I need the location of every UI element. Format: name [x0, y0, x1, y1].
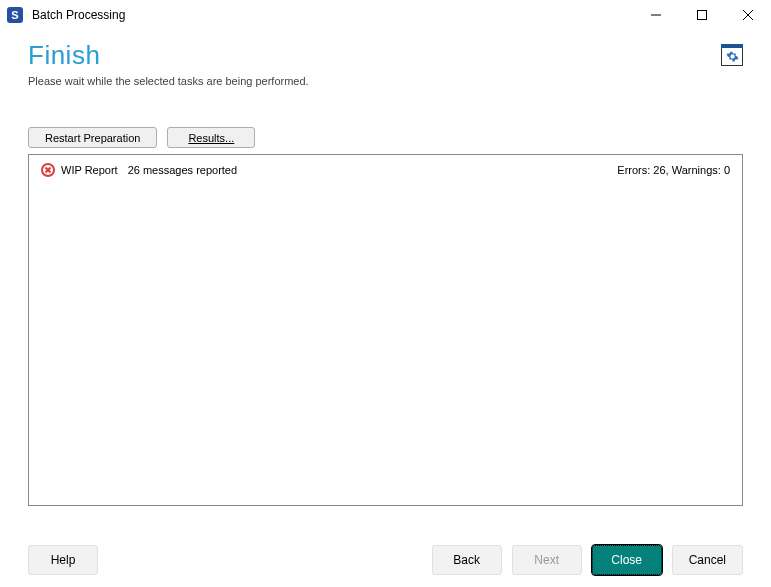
- gear-icon: [726, 50, 739, 63]
- svg-text:S: S: [11, 9, 18, 21]
- svg-rect-3: [698, 11, 707, 20]
- minimize-button[interactable]: [633, 0, 679, 30]
- task-counts: Errors: 26, Warnings: 0: [617, 164, 730, 176]
- app-icon: S: [6, 6, 24, 24]
- window-controls: [633, 0, 771, 30]
- next-button: Next: [512, 545, 582, 575]
- footer: Help Back Next Close Cancel: [0, 532, 771, 587]
- error-icon: [41, 163, 55, 177]
- close-window-button[interactable]: [725, 0, 771, 30]
- results-button[interactable]: Results...: [167, 127, 255, 148]
- page-subtitle: Please wait while the selected tasks are…: [28, 75, 309, 87]
- help-button[interactable]: Help: [28, 545, 98, 575]
- page-title: Finish: [28, 40, 309, 71]
- maximize-button[interactable]: [679, 0, 725, 30]
- titlebar: S Batch Processing: [0, 0, 771, 30]
- settings-button[interactable]: [721, 46, 743, 66]
- close-button[interactable]: Close: [592, 545, 662, 575]
- task-list-panel: WIP Report 26 messages reported Errors: …: [28, 154, 743, 506]
- content-area: Finish Please wait while the selected ta…: [0, 30, 771, 506]
- back-button[interactable]: Back: [432, 545, 502, 575]
- restart-preparation-button[interactable]: Restart Preparation: [28, 127, 157, 148]
- task-name: WIP Report: [61, 164, 118, 176]
- cancel-button[interactable]: Cancel: [672, 545, 743, 575]
- window-title: Batch Processing: [32, 8, 633, 22]
- task-row[interactable]: WIP Report 26 messages reported Errors: …: [41, 163, 730, 177]
- task-messages: 26 messages reported: [128, 164, 618, 176]
